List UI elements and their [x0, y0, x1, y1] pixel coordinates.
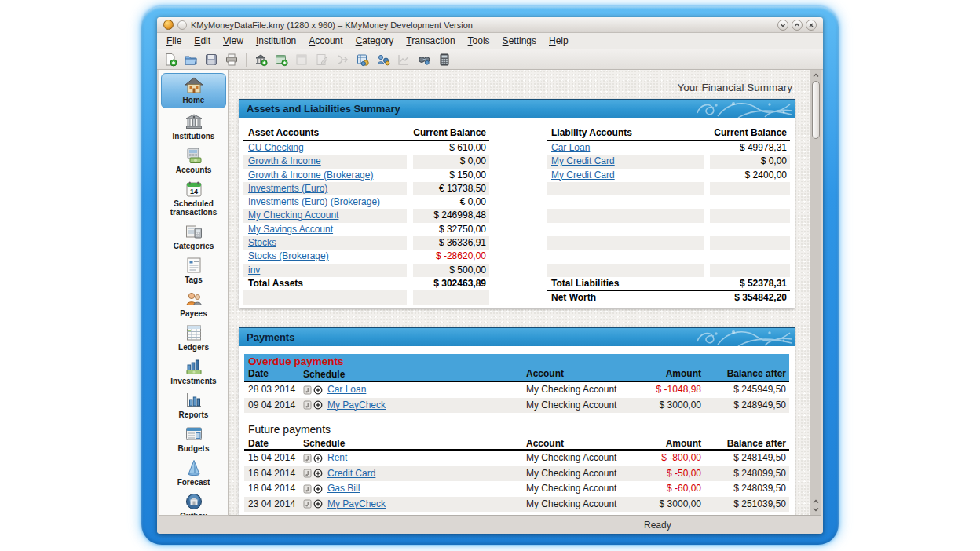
payment-account: My Checking Account: [526, 398, 628, 414]
account-balance: $ 610,00: [413, 141, 489, 155]
asset-row: My Checking Account $ 246998,48: [243, 209, 489, 222]
payment-balance-after: $ 248039,50: [703, 481, 789, 497]
account-link[interactable]: Growth & Income: [248, 155, 321, 166]
scroll-up-icon[interactable]: [813, 72, 819, 78]
sidebar-item-forecast[interactable]: Forecast: [159, 456, 228, 490]
chart-icon: [397, 53, 411, 67]
new-file-button[interactable]: [162, 51, 179, 68]
find-transaction-button[interactable]: [415, 51, 433, 68]
payment-account: My Checking Account: [526, 382, 628, 398]
enter-schedule-icon[interactable]: [313, 484, 323, 494]
payment-account: My Checking Account: [526, 451, 628, 466]
calculator-button[interactable]: [436, 51, 453, 68]
sidebar-item-accounts[interactable]: Accounts: [159, 144, 228, 177]
save-button[interactable]: [203, 51, 220, 68]
enter-schedule-icon[interactable]: [313, 469, 323, 478]
account-link[interactable]: My Checking Account: [248, 210, 338, 221]
new-account-button[interactable]: [272, 51, 290, 68]
menu-tools[interactable]: Tools: [462, 34, 496, 48]
sidebar-item-outbox[interactable]: Outbox: [159, 490, 228, 516]
skip-schedule-icon[interactable]: [303, 469, 312, 478]
menu-file[interactable]: File: [160, 34, 188, 48]
account-balance: $ 0,00: [413, 155, 489, 168]
skip-schedule-icon[interactable]: [303, 385, 312, 395]
sidebar-item-home[interactable]: Home: [161, 73, 226, 108]
asset-row: Investments (Euro) (Brokerage) € 0,00: [243, 195, 489, 209]
total-assets-row: Total Assets $ 302463,89: [243, 277, 489, 290]
liability-row: My Credit Card $ 0,00: [547, 155, 790, 168]
sidebar-item-payees[interactable]: Payees: [159, 287, 228, 321]
liability-row: My Credit Card $ 2400,00: [547, 169, 790, 182]
account-link[interactable]: Growth & Income (Brokerage): [248, 170, 373, 181]
scrollbar-thumb[interactable]: [812, 81, 820, 139]
sidebar-item-investments[interactable]: Investments: [159, 355, 228, 389]
chart-button[interactable]: [395, 51, 412, 68]
schedule-link[interactable]: Credit Card: [327, 466, 375, 482]
skip-schedule-icon[interactable]: [303, 400, 312, 410]
liability-row: [547, 264, 790, 277]
payees-ledger-button[interactable]: [375, 51, 392, 68]
new-institution-button[interactable]: [252, 51, 269, 68]
minimize-button[interactable]: [777, 20, 788, 31]
sidebar-item-budgets[interactable]: Budgets: [159, 422, 228, 456]
reconcile-icon: [335, 53, 349, 67]
schedule-link[interactable]: Rent: [327, 451, 347, 466]
sidebar-item-institutions[interactable]: Institutions: [159, 110, 228, 144]
payment-amount: $ 3000,00: [628, 497, 703, 513]
menu-account[interactable]: Account: [302, 34, 349, 48]
new-schedule-button[interactable]: [293, 51, 310, 68]
sidebar-item-scheduled[interactable]: 14 Scheduled transactions: [159, 177, 228, 220]
enter-schedule-icon[interactable]: [313, 400, 323, 410]
future-payment-row: 15 04 2014 Rent My Checking Account: [244, 451, 789, 466]
menu-edit[interactable]: Edit: [188, 34, 217, 48]
sidebar-item-tags[interactable]: Tags: [159, 254, 228, 287]
maximize-button[interactable]: [792, 20, 803, 31]
sidebar-item-categories[interactable]: Categories: [159, 220, 228, 254]
account-link[interactable]: My Credit Card: [551, 155, 615, 166]
account-link[interactable]: Investments (Euro) (Brokerage): [248, 196, 380, 207]
account-link[interactable]: Investments (Euro): [248, 183, 327, 194]
close-button[interactable]: [806, 20, 817, 31]
scroll-down-icon[interactable]: [813, 506, 819, 513]
menu-settings[interactable]: Settings: [496, 34, 543, 48]
account-link[interactable]: My Savings Account: [248, 224, 333, 235]
ledger-button[interactable]: [354, 51, 371, 68]
schedule-link[interactable]: My PayCheck: [327, 398, 386, 414]
enter-schedule-icon[interactable]: [313, 499, 323, 509]
open-file-button[interactable]: [182, 51, 199, 68]
reconcile-button[interactable]: [334, 51, 351, 68]
account-link[interactable]: CU Checking: [248, 142, 304, 153]
menu-transaction[interactable]: Transaction: [400, 34, 461, 48]
payment-account: My Checking Account: [526, 466, 628, 482]
asset-row: inv $ 500,00: [243, 264, 489, 277]
edit-schedule-button[interactable]: [313, 51, 331, 68]
menu-view[interactable]: View: [217, 34, 250, 48]
sidebar-item-reports[interactable]: Reports: [159, 389, 228, 422]
menu-institution[interactable]: Institution: [250, 34, 302, 48]
skip-schedule-icon[interactable]: [303, 499, 312, 509]
skip-schedule-icon[interactable]: [303, 484, 312, 494]
menu-help[interactable]: Help: [543, 34, 575, 48]
skip-schedule-icon[interactable]: [303, 454, 312, 463]
account-link[interactable]: Car Loan: [551, 142, 590, 153]
account-link[interactable]: Stocks (Brokerage): [248, 250, 329, 261]
vertical-scrollbar[interactable]: [810, 70, 821, 515]
schedule-link[interactable]: Car Loan: [327, 382, 366, 398]
print-button[interactable]: [223, 51, 240, 68]
future-payments-title: Future payments: [244, 423, 789, 436]
print-icon: [225, 53, 239, 67]
col-date: Date: [244, 368, 303, 381]
sidebar-item-ledgers[interactable]: Ledgers: [159, 321, 228, 355]
account-link[interactable]: Stocks: [248, 237, 276, 248]
enter-schedule-icon[interactable]: [313, 385, 323, 395]
scroll-up-icon[interactable]: [813, 498, 819, 505]
menu-category[interactable]: Category: [349, 34, 400, 48]
edit-schedule-icon: [315, 53, 329, 67]
toolbar: [157, 49, 823, 70]
account-link[interactable]: My Credit Card: [551, 170, 615, 181]
account-link[interactable]: inv: [248, 265, 260, 276]
schedule-link[interactable]: My PayCheck: [327, 497, 386, 513]
enter-schedule-icon[interactable]: [313, 454, 323, 463]
schedule-link[interactable]: Gas Bill: [327, 481, 360, 497]
app-menu-icon[interactable]: [177, 20, 187, 30]
